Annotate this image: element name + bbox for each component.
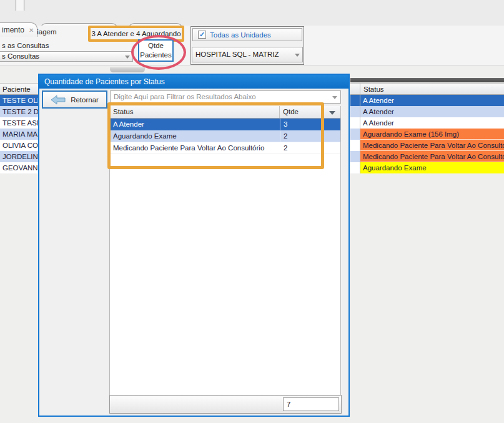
patient-row[interactable]: OLIVIA COS: [0, 140, 38, 151]
patient-row[interactable]: TESTE OLIV: [0, 95, 38, 106]
units-panel: ✓ Todas as Unidades HOSPITAL SQL - MATRI…: [190, 26, 304, 65]
horizontal-separator: [0, 65, 504, 66]
chevron-down-icon[interactable]: [125, 56, 130, 59]
filter-placeholder: Digite Aqui para Filtrar os Resultados A…: [114, 93, 256, 100]
status-column-header[interactable]: Status: [360, 83, 504, 95]
status-row[interactable]: Aguardando Exame: [350, 162, 504, 173]
patient-row[interactable]: GEOVANNA: [0, 162, 38, 173]
back-arrow-icon: [51, 95, 66, 105]
patient-row[interactable]: MARIA MAR: [0, 129, 38, 140]
column-filter-button[interactable]: [324, 106, 340, 118]
menu-line-consultas[interactable]: s as Consultas: [2, 42, 49, 49]
close-icon[interactable]: ✕: [29, 27, 34, 34]
patient-row[interactable]: TESTE 2 DO: [0, 106, 38, 117]
row-indicator-header: [350, 83, 360, 95]
tab-bar: imento ✕ Internações ✕ Plantões ✕: [0, 11, 504, 26]
qtde-pacientes-button[interactable]: Qtde Pacientes: [138, 39, 174, 62]
grid-top-band: [350, 78, 504, 82]
status-column-header[interactable]: Status: [110, 106, 280, 118]
qtde-pacientes-dialog: Quantidade de Pacientes por Status Retor…: [38, 74, 350, 417]
grid-summary-bar: 7: [109, 395, 342, 414]
consultas-combobox[interactable]: s Consultas: [0, 51, 133, 62]
app-window: imento ✕ Internações ✕ Plantões ✕ ientes: [0, 0, 504, 423]
patient-column-header[interactable]: Paciente: [0, 83, 38, 95]
status-grid: Status A Atender A Atender A Atender Agu…: [350, 78, 504, 177]
grid-row[interactable]: Aguardando Exame 2: [110, 130, 340, 142]
chevron-down-icon[interactable]: [332, 96, 337, 99]
status-row[interactable]: Medicando Paciente Para Voltar Ao Consul…: [350, 151, 504, 162]
qtde-button-line2: Pacientes: [140, 51, 172, 60]
unidade-combobox-value: HOSPITAL SQL - MATRIZ: [195, 51, 279, 58]
status-count-grid: Status Qtde A Atender 3 Aguardando Exame…: [109, 106, 341, 395]
grid-row[interactable]: Medicando Paciente Para Voltar Ao Consul…: [110, 142, 340, 154]
grid-row[interactable]: A Atender 3: [110, 119, 340, 130]
top-tab-remnant: [16, 0, 24, 11]
top-strip: [0, 0, 504, 11]
tab-label: imento: [2, 26, 24, 34]
tab-atendimento[interactable]: imento ✕: [0, 22, 37, 37]
todas-unidades-label: Todas as Unidades: [210, 31, 271, 39]
combo-shadow-remnant: [110, 67, 145, 72]
status-row[interactable]: A Atender: [350, 95, 504, 106]
qtde-column-header[interactable]: Qtde: [280, 106, 324, 118]
todas-unidades-row[interactable]: ✓ Todas as Unidades: [192, 28, 302, 41]
dialog-title-bar[interactable]: Quantidade de Pacientes por Status: [39, 75, 348, 89]
status-row[interactable]: Aguardando Exame (156 Img): [350, 129, 504, 140]
filter-combobox[interactable]: Digite Aqui para Filtrar os Resultados A…: [110, 90, 341, 104]
qtde-button-line1: Qtde: [148, 41, 164, 51]
filter-dropdown-icon: [329, 111, 335, 115]
consultas-combobox-value: s Consultas: [2, 52, 39, 60]
unidade-combobox[interactable]: HOSPITAL SQL - MATRIZ: [192, 47, 303, 62]
counter-label: 3 A Atender e 4 Aguardando: [91, 30, 180, 37]
patient-row[interactable]: JORDELINO: [0, 151, 38, 162]
total-count-field: 7: [283, 397, 339, 411]
patient-grid: Paciente TESTE OLIV TESTE 2 DO TESTE ASD…: [0, 83, 38, 174]
todas-unidades-checkbox[interactable]: ✓: [198, 31, 206, 39]
retornar-label: Retornar: [71, 96, 99, 104]
chevron-down-icon[interactable]: [295, 54, 300, 57]
retornar-button[interactable]: Retornar: [42, 90, 107, 109]
status-row[interactable]: A Atender: [350, 106, 504, 117]
status-row[interactable]: Medicando Paciente Para Voltar Ao Consul…: [350, 140, 504, 151]
patient-row[interactable]: TESTE ASDA: [0, 117, 38, 129]
status-row[interactable]: A Atender: [350, 117, 504, 129]
grid-header-row: Status Qtde: [110, 106, 340, 119]
